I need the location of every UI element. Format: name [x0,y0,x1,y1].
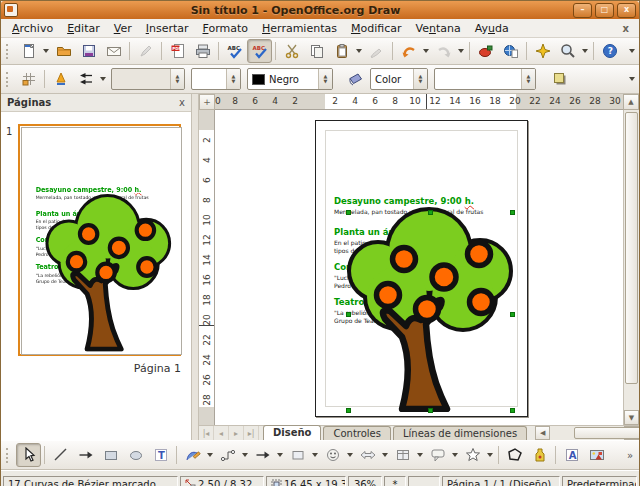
undo-button[interactable] [396,39,421,63]
status-zoom[interactable]: 36% [348,476,382,486]
spelling-button[interactable]: ABC [222,39,247,63]
selection-handle-bottom-left[interactable] [346,408,351,413]
maximize-button[interactable]: □ [595,3,614,18]
close-button[interactable]: x [617,3,636,18]
scroll-up-button[interactable]: ▲ [623,94,639,110]
menu-item-ventana[interactable]: Ventana [408,21,467,36]
text-tool-button[interactable]: T [148,443,173,467]
tree-drawing[interactable] [43,194,172,351]
zoom-button[interactable] [555,39,580,63]
page-text-heading[interactable]: Desayuno campestre, 9:00 h. [334,196,474,206]
stars-button[interactable] [460,443,485,467]
copy-button[interactable] [304,39,329,63]
page-thumbnail[interactable]: Desayuno campestre, 9:00 h.Mermelada, pa… [18,124,181,356]
flowchart-dropdown[interactable] [417,453,423,457]
area-style-button[interactable] [342,67,367,91]
selection-handle-bottom-right[interactable] [510,408,515,413]
lines-arrows-button[interactable] [250,443,275,467]
help-button[interactable]: ? [597,39,622,63]
new-document-button[interactable] [16,39,41,63]
redo-dropdown[interactable] [458,49,464,53]
block-arrows-button[interactable] [355,443,380,467]
area-style-combo[interactable]: Color▲▼ [370,68,428,90]
cut-button[interactable] [279,39,304,63]
curve-dropdown[interactable] [207,453,213,457]
navigator-button[interactable] [530,39,555,63]
gallery-button[interactable] [473,39,498,63]
ellipse-tool-button[interactable] [123,443,148,467]
selection-handle-top-center[interactable] [428,210,433,215]
menu-item-herramientas[interactable]: Herramientas [255,21,344,36]
insert-picture-button[interactable] [584,443,609,467]
toolbar-overflow[interactable] [629,77,635,81]
last-page-button[interactable]: ▸| [244,426,259,440]
block-arrows-dropdown[interactable] [382,453,388,457]
callouts-button[interactable] [425,443,450,467]
tree-drawing[interactable] [344,207,514,412]
selection-handle-top-left[interactable] [346,210,351,215]
layer-tab-diseno[interactable]: Diseño [263,425,321,440]
selection-handle-mid-left[interactable] [346,312,351,317]
toolbar-grip[interactable] [6,72,12,87]
hyperlink-button[interactable] [498,39,523,63]
save-button[interactable] [76,39,101,63]
fontwork-button[interactable]: A [559,443,584,467]
first-page-button[interactable]: |◂ [199,426,214,440]
basic-shapes-dropdown[interactable] [312,453,318,457]
undo-dropdown[interactable] [423,49,429,53]
toolbar-overflow[interactable] [629,49,635,53]
edit-points-button[interactable] [502,443,527,467]
menu-item-ver[interactable]: Ver [107,21,139,36]
scroll-down-button[interactable]: ▼ [624,410,639,425]
paste-button[interactable] [329,39,354,63]
export-pdf-button[interactable]: PDF [165,39,190,63]
display-grid-button[interactable] [16,67,41,91]
new-dropdown[interactable] [43,49,49,53]
minimize-button[interactable]: – [573,3,592,18]
layer-tab-controles[interactable]: Controles [323,426,391,440]
toolbar-grip[interactable] [6,44,12,59]
connector-tool-button[interactable] [215,443,240,467]
menu-item-insertar[interactable]: Insertar [139,21,196,36]
line-width-field[interactable]: ▲▼ [191,68,241,90]
drawing-toolbar-overflow[interactable]: » [627,450,637,461]
paste-dropdown[interactable] [356,49,362,53]
horizontal-scroll-track[interactable] [550,426,624,440]
clone-formatting-button[interactable] [364,39,389,63]
basic-shapes-button[interactable] [285,443,310,467]
selection-handle-mid-right[interactable] [510,312,515,317]
ruler-origin-button[interactable]: + [199,94,215,110]
open-button[interactable] [51,39,76,63]
vertical-scroll-thumb[interactable] [625,112,638,384]
vertical-ruler[interactable]: 246810121416182022242628 [199,110,215,425]
selection-handle-bottom-center[interactable] [428,408,433,413]
pages-panel-close-icon[interactable]: x [179,97,185,108]
rectangle-tool-button[interactable] [98,443,123,467]
symbol-shapes-dropdown[interactable] [347,453,353,457]
menu-item-editar[interactable]: Editar [60,21,107,36]
line-style-combo[interactable]: ▲▼ [111,68,185,90]
status-style[interactable]: Predeterminado [562,476,637,486]
line-width-spinner[interactable]: ▲▼ [226,69,240,89]
vertical-scroll-track[interactable] [624,110,639,410]
helplines-button[interactable] [48,67,73,91]
redo-button[interactable] [431,39,456,63]
lines-arrows-dropdown[interactable] [277,453,283,457]
previous-page-button[interactable]: ◂ [214,426,229,440]
menu-item-formato[interactable]: Formato [196,21,256,36]
menu-item-ayuda[interactable]: Ayuda [468,21,516,36]
toolbar-grip[interactable] [6,448,12,463]
next-page-button[interactable]: ▸ [229,426,244,440]
connector-dropdown[interactable] [242,453,248,457]
select-tool-button[interactable] [16,443,41,467]
zoom-dropdown[interactable] [582,49,588,53]
document-close-button[interactable]: x [617,23,635,34]
selection-handle-top-right[interactable] [510,210,515,215]
shadow-button[interactable] [547,67,572,91]
page-text-heading[interactable]: Desayuno campestre, 9:00 h. [36,186,142,194]
callouts-dropdown[interactable] [452,453,458,457]
edit-file-button[interactable] [133,39,158,63]
horizontal-scrollbar[interactable]: ◀ ▶ [535,426,639,440]
curve-tool-button[interactable] [180,443,205,467]
autospellcheck-button[interactable]: ABC [247,39,272,63]
